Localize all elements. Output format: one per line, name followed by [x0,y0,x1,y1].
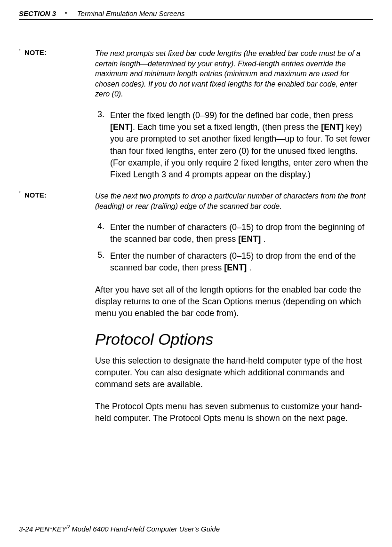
text-fragment: Enter the number of characters (0–15) to… [110,222,364,244]
note-text: The next prompts set fixed bar code leng… [95,48,373,99]
note-text: Use the next two prompts to drop a parti… [95,191,373,211]
body-paragraph: Use this selection to designate the hand… [95,355,373,391]
section-title: Terminal Emulation Menu Screens [77,9,185,17]
text-fragment: . [247,263,251,272]
step-number: 4. [95,222,110,245]
footer-prefix: PEN*KEY [35,525,66,533]
body-paragraph: After you have set all of the length opt… [95,284,373,320]
step-number: 3. [95,110,110,181]
page-footer: 3-24 PEN*KEYR Model 6400 Hand-Held Compu… [19,515,373,533]
page-container: SECTION 3 " Terminal Emulation Menu Scre… [0,0,392,547]
page-header: SECTION 3 " Terminal Emulation Menu Scre… [19,9,373,20]
step-item: 5. Enter the number of characters (0–15)… [95,250,373,274]
key-label: [ENT] [238,234,261,244]
key-label: [ENT] [110,122,133,132]
step-item: 3. Enter the fixed length (0–99) for the… [95,110,373,181]
key-label: [ENT] [224,263,247,272]
key-label: [ENT] [321,122,344,132]
content-area: " NOTE: The next prompts set fixed bar c… [19,48,373,515]
note-label: NOTE: [24,48,95,99]
note-label: NOTE: [24,191,95,211]
note-block: " NOTE: The next prompts set fixed bar c… [19,48,373,99]
step-item: 4. Enter the number of characters (0–15)… [95,222,373,245]
note-marker: " [19,191,24,211]
section-label: SECTION 3 [19,9,56,17]
note-marker: " [19,48,24,99]
body-paragraph: The Protocol Opts menu has seven submenu… [95,401,373,424]
text-fragment: . [261,234,265,244]
text-fragment: . Each time you set a fixed length, (the… [133,122,321,132]
text-fragment: Enter the fixed length (0–99) for the de… [110,111,353,120]
header-marker: " [64,12,68,17]
step-number: 5. [95,250,110,274]
step-text: Enter the number of characters (0–15) to… [110,250,373,274]
footer-rest: Model 6400 Hand-Held Computer User's Gui… [70,525,220,533]
step-text: Enter the number of characters (0–15) to… [110,222,373,245]
page-number: 3-24 [19,525,33,533]
step-text: Enter the fixed length (0–99) for the de… [110,110,373,181]
note-block: " NOTE: Use the next two prompts to drop… [19,191,373,211]
section-heading: Protocol Options [95,330,373,349]
